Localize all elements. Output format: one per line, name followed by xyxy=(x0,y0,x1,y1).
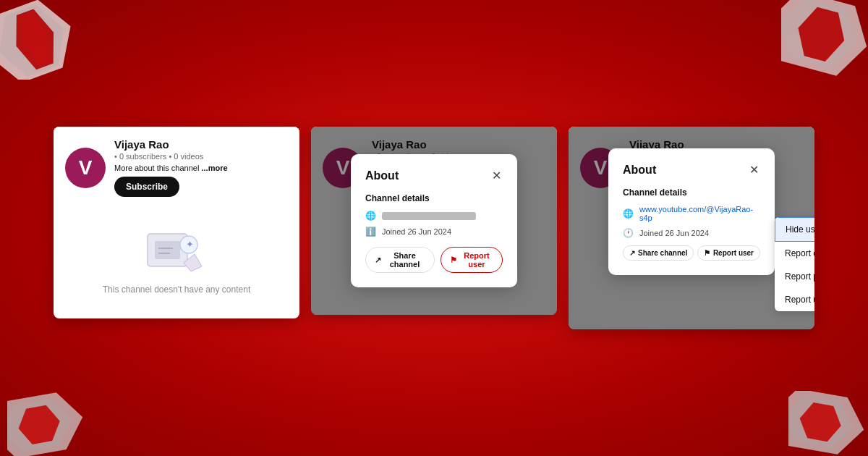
modal-close-button-2[interactable]: ✕ xyxy=(490,169,503,183)
blurred-url-2 xyxy=(382,212,476,220)
dropdown-item-report-pic[interactable]: Report profile picture xyxy=(775,265,814,288)
modal-joined-row-3: 🕐 Joined 26 Jun 2024 xyxy=(623,228,760,238)
flag-icon-2: ⚑ xyxy=(450,256,457,265)
info-icon-2: ℹ️ xyxy=(365,227,376,237)
modal-overlay-2: About ✕ Channel details 🌐 ℹ️ Joined 26 J… xyxy=(311,127,557,315)
modal-actions-3: ↗ Share channel ⚑ Report user xyxy=(623,245,760,261)
flag-icon-3: ⚑ xyxy=(704,249,710,257)
panel-3: V Vijaya Rao • 0 subscribers • 0 videos … xyxy=(569,127,814,329)
joined-text-2: Joined 26 Jun 2024 xyxy=(382,227,451,236)
about-modal-3: About ✕ Channel details 🌐 www.youtube.co… xyxy=(608,148,775,275)
channel-header-1: V Vijaya Rao • 0 subscribers • 0 videos … xyxy=(54,127,299,203)
dropdown-item-report-art[interactable]: Report channel art xyxy=(775,242,814,265)
deco-shape-top-right xyxy=(781,0,868,72)
clock-icon-3: 🕐 xyxy=(623,228,634,238)
modal-close-button-3[interactable]: ✕ xyxy=(748,163,760,177)
modal-url-row-2: 🌐 xyxy=(365,211,503,221)
deco-shape-top-left xyxy=(0,0,87,72)
modal-actions-2: ↗ Share channel ⚑ Report user xyxy=(365,247,503,273)
panel-2: V Vijaya Rao • 0 subscribers • 0 videos … xyxy=(311,127,557,315)
deco-shape-bottom-left xyxy=(7,391,80,449)
modal-section-title-3: Channel details xyxy=(623,187,760,198)
content-area-1: ✦ This channel doesn't have any content xyxy=(54,203,299,318)
report-label-2: Report user xyxy=(460,251,493,269)
modal-section-title-2: Channel details xyxy=(365,193,503,203)
share-icon-3: ↗ xyxy=(629,249,635,257)
about-modal-2: About ✕ Channel details 🌐 ℹ️ Joined 26 J… xyxy=(351,154,517,287)
globe-icon-2: 🌐 xyxy=(365,211,376,221)
share-channel-button-3[interactable]: ↗ Share channel xyxy=(623,245,694,261)
svg-text:✦: ✦ xyxy=(186,239,194,250)
modal-overlay-3: About ✕ Channel details 🌐 www.youtube.co… xyxy=(569,127,814,329)
joined-text-3: Joined 26 Jun 2024 xyxy=(639,229,709,237)
globe-icon-3: 🌐 xyxy=(623,208,634,219)
report-label-3: Report user xyxy=(713,249,754,257)
svg-rect-14 xyxy=(155,241,180,259)
deco-shape-bottom-right xyxy=(788,391,861,449)
share-channel-button-2[interactable]: ↗ Share channel xyxy=(365,247,435,273)
modal-title-3: About xyxy=(623,164,656,177)
share-label-3: Share channel xyxy=(638,249,687,257)
subscribe-button-1[interactable]: Subscribe xyxy=(114,177,179,197)
share-label-2: Share channel xyxy=(384,251,425,269)
modal-joined-row-2: ℹ️ Joined 26 Jun 2024 xyxy=(365,227,503,237)
modal-title-2: About xyxy=(365,169,399,182)
report-user-button-3[interactable]: ⚑ Report user xyxy=(697,245,760,261)
channel-name-1: Vijaya Rao xyxy=(114,138,288,151)
share-icon-2: ↗ xyxy=(375,256,381,265)
empty-illustration-1: ✦ xyxy=(144,227,209,277)
panel-1: V Vijaya Rao • 0 subscribers • 0 videos … xyxy=(54,127,299,318)
url-text-3: www.youtube.com/@VijayaRao-s4p xyxy=(639,205,760,222)
report-user-button-2[interactable]: ⚑ Report user xyxy=(441,247,503,273)
empty-text-1: This channel doesn't have any content xyxy=(103,284,250,295)
dropdown-item-report-user[interactable]: Report user xyxy=(775,288,814,311)
modal-header-3: About ✕ xyxy=(623,163,760,177)
channel-description-1: More about this channel ...more xyxy=(114,164,288,172)
dropdown-menu-3: Hide user from my channel Report channel… xyxy=(775,217,814,311)
channel-info-1: Vijaya Rao • 0 subscribers • 0 videos Mo… xyxy=(114,138,288,197)
modal-url-row-3: 🌐 www.youtube.com/@VijayaRao-s4p xyxy=(623,205,760,222)
dropdown-item-hide[interactable]: Hide user from my channel xyxy=(775,217,814,242)
modal-header-2: About ✕ xyxy=(365,169,503,183)
panels-container: V Vijaya Rao • 0 subscribers • 0 videos … xyxy=(54,127,814,329)
channel-sub-info-1: • 0 subscribers • 0 videos xyxy=(114,152,288,161)
avatar-1: V xyxy=(65,148,106,188)
